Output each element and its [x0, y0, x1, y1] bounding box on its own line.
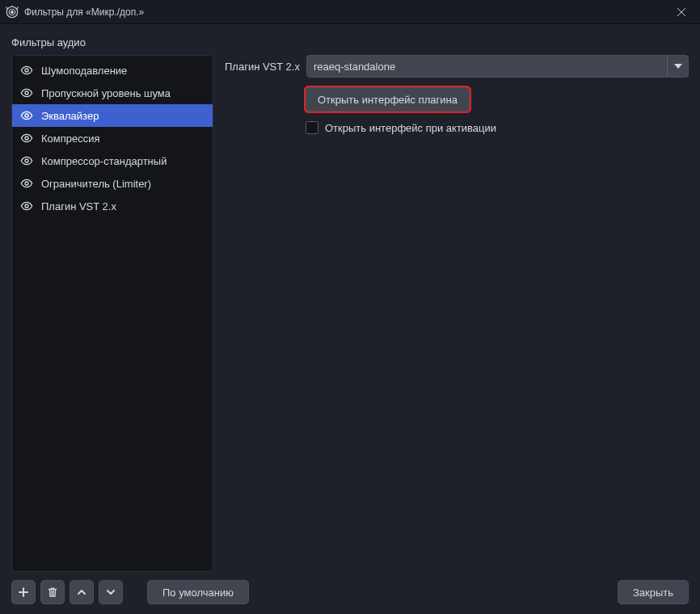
- eye-icon[interactable]: [20, 177, 33, 190]
- filter-item-label: Компрессия: [41, 132, 100, 145]
- footer-bar: По умолчанию Закрыть: [11, 572, 689, 614]
- filter-item-label: Ограничитель (Limiter): [41, 178, 151, 190]
- add-filter-button[interactable]: [11, 580, 36, 604]
- svg-point-2: [11, 11, 14, 13]
- svg-point-7: [25, 114, 28, 117]
- filter-item[interactable]: Пропускной уровень шума: [12, 82, 213, 104]
- open-on-activate-checkbox[interactable]: [306, 121, 318, 134]
- filter-item[interactable]: Ограничитель (Limiter): [12, 172, 213, 195]
- move-down-button[interactable]: [99, 580, 123, 604]
- filter-item-label: Плагин VST 2.x: [41, 200, 116, 212]
- plugin-select-value: reaeq-standalone: [314, 61, 395, 73]
- svg-point-8: [25, 137, 28, 140]
- svg-point-6: [25, 91, 28, 95]
- plugin-label: Плагин VST 2.x: [225, 61, 300, 73]
- close-button[interactable]: Закрыть: [618, 580, 689, 604]
- svg-point-9: [25, 159, 28, 162]
- eye-icon[interactable]: [20, 109, 33, 122]
- chevron-down-icon: [667, 56, 688, 77]
- properties-panel: Плагин VST 2.x reaeq-standalone Открыть …: [225, 55, 689, 572]
- filter-item-label: Шумоподавление: [41, 65, 127, 77]
- eye-icon[interactable]: [20, 86, 33, 99]
- plugin-select[interactable]: reaeq-standalone: [306, 55, 689, 78]
- filter-item[interactable]: Шумоподавление: [12, 59, 213, 82]
- window-close-button[interactable]: [663, 0, 700, 24]
- filter-item[interactable]: Плагин VST 2.x: [12, 195, 213, 217]
- filter-item[interactable]: Компрессия: [12, 127, 213, 149]
- svg-point-11: [25, 204, 28, 208]
- filters-list[interactable]: ШумоподавлениеПропускной уровень шумаЭкв…: [11, 55, 213, 572]
- open-plugin-interface-button[interactable]: Открыть интерфейс плагина: [306, 87, 470, 111]
- filter-item[interactable]: Компрессор-стандартный: [12, 149, 213, 172]
- filter-item-label: Компрессор-стандартный: [41, 155, 167, 167]
- app-icon: [5, 5, 19, 19]
- eye-icon[interactable]: [20, 132, 33, 145]
- window-title: Фильтры для «Микр./доп.»: [24, 6, 144, 18]
- svg-point-10: [25, 182, 28, 185]
- svg-point-5: [25, 69, 28, 72]
- filter-item-label: Эквалайзер: [41, 110, 99, 122]
- eye-icon[interactable]: [20, 200, 33, 212]
- title-bar: Фильтры для «Микр./доп.»: [0, 0, 700, 24]
- open-on-activate-label: Открыть интерфейс при активации: [325, 122, 496, 134]
- filter-item[interactable]: Эквалайзер: [12, 104, 213, 127]
- defaults-button[interactable]: По умолчанию: [147, 580, 249, 604]
- move-up-button[interactable]: [70, 580, 94, 604]
- eye-icon[interactable]: [20, 64, 33, 77]
- delete-filter-button[interactable]: [40, 580, 65, 604]
- filter-item-label: Пропускной уровень шума: [41, 87, 171, 99]
- section-label-audio-filters: Фильтры аудио: [11, 36, 689, 48]
- eye-icon[interactable]: [20, 154, 33, 167]
